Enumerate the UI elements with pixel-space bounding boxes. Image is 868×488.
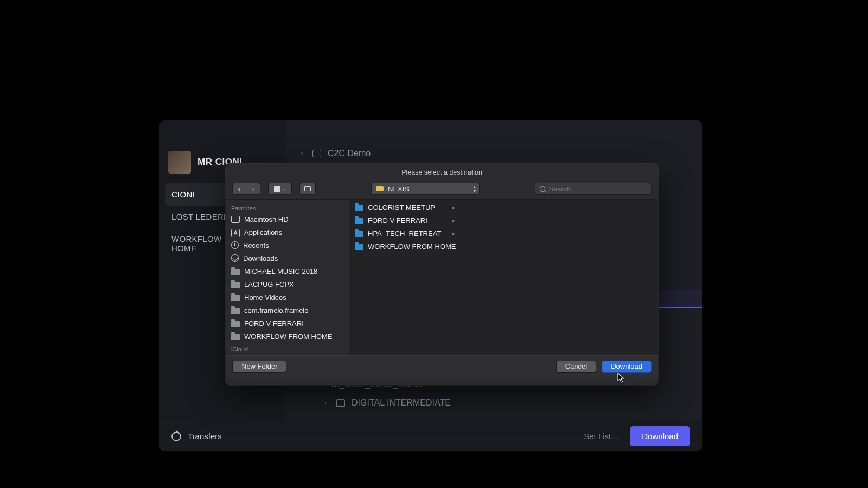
fav-label: WORKFLOW FROM HOME — [244, 332, 333, 341]
fav-ford-v-ferrari[interactable]: FORD V FERRARI — [226, 317, 349, 330]
sheet-footer: New Folder Cancel Download — [226, 355, 658, 377]
folder-icon — [231, 295, 240, 301]
new-folder-button[interactable]: New Folder — [232, 361, 286, 373]
folder-icon — [231, 321, 240, 327]
fav-label: LACPUG FCPX — [244, 280, 294, 288]
group-button[interactable] — [299, 183, 316, 195]
fav-label: Home Videos — [244, 293, 286, 301]
col-label: COLORIST MEETUP — [368, 203, 435, 211]
download-button[interactable]: Download — [630, 426, 690, 446]
chevron-down-icon: ⌄ — [282, 186, 286, 191]
fav-icloud-drive[interactable]: iCloud Drive — [226, 354, 349, 355]
col-item-hpa-tech[interactable]: HPA_TECH_RETREAT▸ — [349, 227, 461, 240]
folder-icon — [355, 218, 363, 224]
chevron-right-icon: › — [324, 399, 330, 407]
transfers-icon[interactable] — [171, 432, 181, 441]
stepper-icon: ▴▾ — [474, 185, 476, 194]
downloads-icon — [231, 254, 239, 262]
cursor-icon — [617, 373, 625, 383]
hd-icon — [231, 216, 240, 223]
recents-icon — [231, 241, 239, 249]
folder-digital-intermediate[interactable]: › DIGITAL INTERMEDIATE — [285, 394, 702, 412]
folder-icon — [231, 269, 240, 275]
fav-home-videos[interactable]: Home Videos — [226, 291, 349, 304]
fav-label: Downloads — [243, 254, 278, 262]
sidebar-favorites: Favorites Macintosh HD Applications Rece… — [226, 200, 349, 355]
sheet-toolbar: ‹ › ⌄ NEXIS ▴▾ — [226, 176, 658, 199]
group-icon — [304, 186, 311, 191]
icloud-heading: iCloud — [226, 343, 349, 354]
fav-workflow[interactable]: WORKFLOW FROM HOME — [226, 330, 349, 343]
col-label: WORKFLOW FROM HOME — [368, 242, 456, 251]
set-list-button[interactable]: Set List… — [584, 432, 619, 441]
chevron-right-icon: ▸ — [452, 230, 455, 236]
col-label: HPA_TECH_RETREAT — [368, 229, 441, 237]
cancel-button[interactable]: Cancel — [556, 361, 596, 373]
search-icon — [540, 186, 545, 192]
save-sheet: Please select a destination ‹ › ⌄ NEXIS … — [226, 164, 658, 385]
column-browser: COLORIST MEETUP▸ FORD V FERRARI▸ HPA_TEC… — [349, 200, 658, 355]
folder-icon — [355, 244, 363, 250]
fav-label: Macintosh HD — [244, 215, 289, 223]
fav-lacpug[interactable]: LACPUG FCPX — [226, 278, 349, 291]
location-label: NEXIS — [388, 185, 409, 193]
fav-label: com.frameio.frameio — [244, 306, 308, 314]
transfers-label[interactable]: Transfers — [188, 432, 222, 441]
fav-label: Recents — [243, 241, 269, 249]
applications-icon — [231, 229, 240, 236]
folder-root-label: C2C Demo — [328, 149, 371, 158]
fav-label: MICHAEL MUSIC 2018 — [244, 267, 317, 275]
folder-icon — [355, 231, 363, 237]
chevron-right-icon: ▸ — [452, 204, 455, 210]
sheet-download-button[interactable]: Download — [602, 361, 652, 373]
col-item-workflow[interactable]: WORKFLOW FROM HOME▸ — [349, 240, 461, 253]
view-mode-button[interactable]: ⌄ — [268, 183, 292, 195]
fav-macintosh-hd[interactable]: Macintosh HD — [226, 213, 349, 226]
chevron-right-icon: › — [301, 150, 306, 157]
file-browser: Favorites Macintosh HD Applications Rece… — [226, 199, 658, 355]
column-2 — [461, 200, 658, 355]
folder-icon — [336, 399, 345, 407]
fav-michael-music[interactable]: MICHAEL MUSIC 2018 — [226, 265, 349, 278]
fav-applications[interactable]: Applications — [226, 226, 349, 239]
folder-icon — [231, 308, 240, 314]
col-item-ford-v-ferrari[interactable]: FORD V FERRARI▸ — [349, 214, 461, 227]
folder-label: DIGITAL INTERMEDIATE — [352, 398, 451, 408]
fav-recents[interactable]: Recents — [226, 239, 349, 252]
favorites-heading: Favorites — [226, 202, 349, 213]
column-1: COLORIST MEETUP▸ FORD V FERRARI▸ HPA_TEC… — [349, 200, 461, 355]
sheet-title: Please select a destination — [226, 164, 658, 176]
search-field[interactable] — [535, 183, 652, 195]
folder-root[interactable]: › C2C Demo — [285, 131, 702, 165]
project-icon — [312, 150, 321, 157]
drive-icon — [376, 186, 384, 191]
forward-button[interactable]: › — [246, 183, 260, 195]
fav-label: FORD V FERRARI — [244, 319, 304, 328]
folder-icon — [355, 205, 363, 211]
search-input[interactable] — [548, 185, 647, 193]
chevron-right-icon: ▸ — [452, 217, 455, 223]
fav-frameio[interactable]: com.frameio.frameio — [226, 304, 349, 317]
col-label: FORD V FERRARI — [368, 216, 427, 224]
fav-downloads[interactable]: Downloads — [226, 252, 349, 265]
avatar — [168, 151, 191, 174]
folder-icon — [231, 282, 240, 288]
back-button[interactable]: ‹ — [232, 183, 246, 195]
col-item-colorist-meetup[interactable]: COLORIST MEETUP▸ — [349, 201, 461, 214]
location-popup[interactable]: NEXIS ▴▾ — [371, 183, 480, 195]
columns-icon — [274, 186, 280, 192]
folder-icon — [231, 334, 240, 340]
bottom-bar: Transfers Set List… Download — [159, 421, 702, 451]
fav-label: Applications — [244, 228, 282, 236]
nav-buttons: ‹ › — [232, 183, 260, 195]
